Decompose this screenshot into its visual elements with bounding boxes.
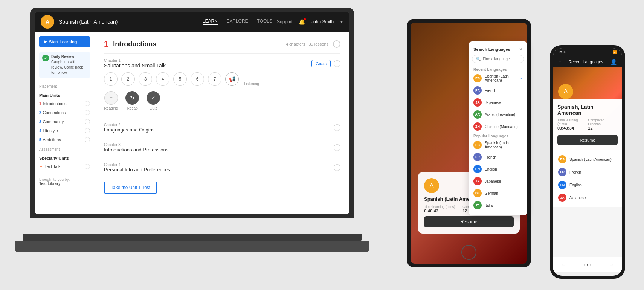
phone-lang-fr[interactable]: FR French: [553, 166, 622, 179]
lang-panel-close-button[interactable]: ✕: [519, 47, 523, 52]
phone-back-button[interactable]: ←: [560, 262, 566, 268]
recent-lang-2[interactable]: FR French: [469, 84, 527, 96]
unit-num-3: 3: [39, 120, 41, 124]
phone-content: A Spanish, Latin American Time learning …: [553, 67, 622, 272]
unit-num-4: 4: [39, 129, 41, 133]
phone-dot-en: EN: [558, 181, 566, 189]
recent-lang-5[interactable]: ZH Chinese (Mandarin): [469, 121, 527, 133]
specialty-item-texttalk[interactable]: ✦ Text Talk: [35, 162, 95, 171]
phone-dot-ja: JA: [558, 194, 566, 202]
lesson-7[interactable]: 7: [208, 72, 221, 86]
chapter-2-title: Languages and Origins: [104, 127, 154, 133]
phone-lang-name-es: Spanish (Latin American): [569, 157, 612, 162]
quiz-activity: ✓ Quiz: [147, 91, 160, 110]
phone-dot-3: [590, 264, 591, 266]
recap-label: Recap: [127, 106, 138, 110]
goals-button[interactable]: Goals: [311, 60, 331, 67]
phone-header-title: Recent Languages: [568, 60, 603, 64]
lang-search[interactable]: 🔍: [472, 55, 524, 63]
unit-circle-4: [85, 128, 90, 133]
take-unit-test-button[interactable]: Take the Unit 1 Test: [104, 182, 157, 194]
bell-icon[interactable]: 🔔: [299, 19, 305, 25]
reading-label: Reading: [104, 106, 118, 110]
laptop-base: [23, 234, 362, 241]
recent-lang-3[interactable]: JA Japanese: [469, 96, 527, 108]
phone-menu-icon[interactable]: ≡: [558, 59, 561, 65]
lang-dot-es-pop: ES: [473, 141, 482, 149]
tablet-home-indicator[interactable]: [461, 245, 476, 260]
lang-panel-header: Search Languages ✕: [469, 45, 527, 55]
lesson-4[interactable]: 4: [156, 72, 169, 86]
specialty-circle-1: [85, 164, 90, 169]
popular-lang-5[interactable]: DE German: [469, 187, 527, 199]
lesson-3[interactable]: 3: [139, 72, 152, 86]
phone-resume-button[interactable]: Resume: [557, 135, 618, 145]
lang-search-input[interactable]: [483, 57, 520, 61]
lang-name-ar-recent: Arabic (Levantine): [485, 113, 515, 117]
lang-active-check: ✓: [520, 76, 523, 81]
popular-lang-1[interactable]: ES Spanish (Latin American): [469, 139, 527, 151]
lesson-6[interactable]: 6: [191, 72, 204, 86]
unit-item-connections[interactable]: 2 Connections: [35, 108, 95, 117]
support-link[interactable]: Support: [277, 19, 293, 24]
nav-explore[interactable]: EXPLORE: [227, 18, 248, 25]
tablet-time-value: 0:40:43: [424, 209, 455, 213]
tablet-time-stat: Time learning (h:ms) 0:40:43: [424, 205, 455, 213]
footer-brand: Test Library: [39, 182, 90, 186]
scene: A Spanish (Latin American) LEARN EXPLORE…: [0, 0, 644, 290]
app-header: A Spanish (Latin American) LEARN EXPLORE…: [35, 12, 349, 32]
unit-item-ambitions[interactable]: 5 Ambitions: [35, 135, 95, 144]
lang-name-it-pop: Italian: [485, 203, 495, 208]
phone-dot-1: [584, 264, 585, 266]
start-learning-button[interactable]: ▶ Start Learning: [39, 36, 90, 47]
unit-item-community[interactable]: 3 Community: [35, 117, 95, 126]
phone-lang-list: ES Spanish (Latin American) FR French EN…: [553, 150, 622, 207]
tablet-logo-letter: A: [430, 182, 434, 189]
lang-name-zh-recent: Chinese (Mandarin): [485, 125, 518, 129]
chapter-1-title: Salutations and Small Talk: [104, 63, 166, 69]
nav-learn[interactable]: LEARN: [203, 18, 218, 25]
popular-lang-6[interactable]: IT Italian: [469, 199, 527, 211]
unit-item-introductions[interactable]: 1 Introductions: [35, 99, 95, 108]
chapter-1-section: Chapter 1 Salutations and Small Talk Goa…: [104, 58, 340, 110]
phone-signal-icon: 📶: [613, 50, 617, 54]
nav-tools[interactable]: TOOLS: [257, 18, 272, 25]
popular-lang-3[interactable]: EN English: [469, 163, 527, 175]
unit-num-5: 5: [39, 138, 41, 142]
unit-item-lifestyle[interactable]: 4 Lifestyle: [35, 126, 95, 135]
lesson-2[interactable]: 2: [121, 72, 135, 86]
phone-dot-2: [587, 264, 588, 266]
reading-button[interactable]: ≡: [104, 91, 118, 105]
quiz-button[interactable]: ✓: [147, 91, 160, 105]
lesson-listening[interactable]: 📢: [225, 72, 239, 86]
lesson-5[interactable]: 5: [173, 72, 187, 86]
divider-2: [104, 138, 340, 138]
popular-lang-2[interactable]: FR French: [469, 151, 527, 163]
recent-languages-label: Recent Languages: [469, 66, 527, 72]
unit-num-1: 1: [39, 102, 41, 106]
tablet-resume-button[interactable]: Resume: [424, 216, 514, 227]
tablet: A Spanish (Latin American) Time learning…: [407, 19, 531, 267]
phone-logo-letter: A: [564, 88, 568, 95]
lang-dot-fr-recent: FR: [473, 86, 482, 95]
recent-lang-1[interactable]: ES Spanish (Latin American) ✓: [469, 72, 527, 84]
popular-lang-4[interactable]: JA Japanese: [469, 175, 527, 187]
lang-name-es-pop: Spanish (Latin American): [485, 141, 523, 149]
recap-button[interactable]: ↻: [125, 91, 139, 105]
lang-name-es-recent: Spanish (Latin American): [485, 74, 517, 82]
specialty-units-label: Specialty Units: [35, 153, 95, 162]
phone-forward-button[interactable]: →: [609, 262, 615, 268]
phone-lang-ja[interactable]: JA Japanese: [553, 191, 622, 204]
activity-icons: ≡ Reading ↻ Recap ✓ Quiz: [104, 91, 340, 110]
chapter-1-check: [334, 60, 340, 67]
phone-lang-es[interactable]: ES Spanish (Latin American): [553, 153, 622, 166]
recent-lang-4[interactable]: AR Arabic (Levantine): [469, 108, 527, 121]
lesson-1[interactable]: 1: [104, 72, 118, 86]
sidebar: ▶ Start Learning ✓ Daily Review Caught u…: [35, 32, 95, 214]
phone-course-name: Spanish, Latin American: [557, 104, 618, 116]
app-content: ▶ Start Learning ✓ Daily Review Caught u…: [35, 32, 349, 214]
user-name[interactable]: John Smith: [311, 19, 334, 24]
phone-lang-en[interactable]: EN English: [553, 179, 622, 191]
unit-name-1: Introductions: [43, 101, 85, 106]
phone-user-icon[interactable]: 👤: [610, 59, 617, 65]
